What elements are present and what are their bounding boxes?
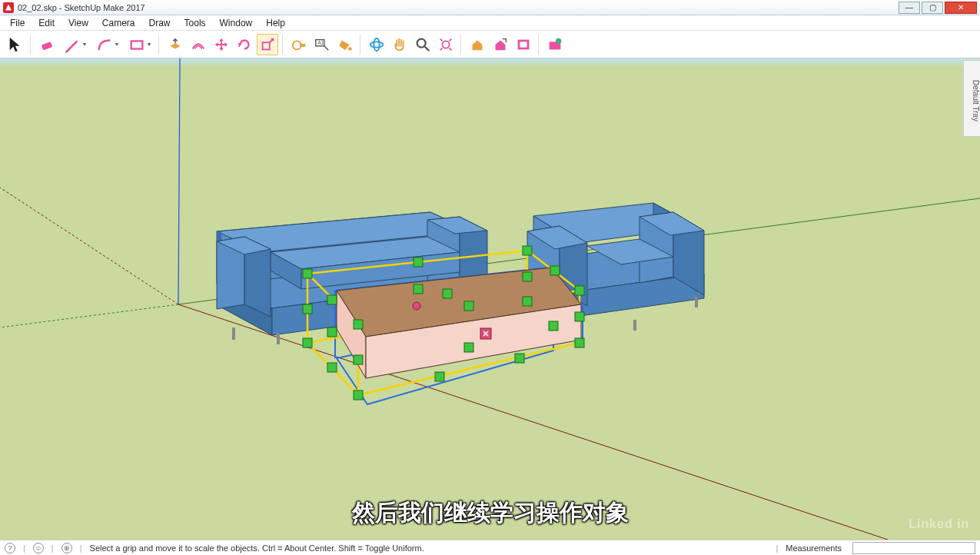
- extensions-tool[interactable]: [544, 34, 566, 55]
- warehouse-tool[interactable]: [467, 34, 488, 55]
- rectangle-tool[interactable]: [124, 34, 154, 55]
- rotate-tool[interactable]: [234, 34, 255, 55]
- app-icon: [3, 2, 14, 13]
- svg-rect-4: [300, 44, 305, 47]
- svg-rect-73: [550, 266, 560, 275]
- svg-point-11: [442, 41, 449, 48]
- eraser-tool[interactable]: [36, 34, 58, 55]
- svg-rect-93: [354, 355, 363, 364]
- svg-rect-83: [435, 372, 444, 381]
- close-button[interactable]: ✕: [945, 2, 977, 14]
- svg-rect-92: [549, 321, 558, 331]
- titlebar: 02_02.skp - SketchUp Make 2017 — ▢ ✕: [0, 0, 980, 15]
- svg-rect-79: [303, 304, 312, 314]
- move-tool[interactable]: [211, 34, 232, 55]
- svg-rect-90: [464, 343, 473, 352]
- offset-tool[interactable]: [188, 34, 209, 55]
- minimize-button[interactable]: —: [899, 2, 920, 14]
- svg-rect-76: [354, 320, 363, 329]
- svg-point-9: [374, 38, 379, 51]
- toolbar: A1: [0, 31, 980, 58]
- menu-edit[interactable]: Edit: [32, 16, 61, 30]
- svg-line-17: [0, 188, 178, 304]
- line-tool[interactable]: [59, 34, 90, 55]
- svg-rect-0: [42, 42, 53, 50]
- menubar: File Edit View Camera Draw Tools Window …: [0, 15, 980, 31]
- linkedin-watermark: Linked in: [909, 517, 969, 532]
- scale-tool[interactable]: [257, 34, 278, 55]
- svg-line-16: [178, 58, 180, 304]
- svg-rect-87: [523, 272, 532, 281]
- measurements-label: Measurements: [786, 543, 842, 553]
- pushpull-tool[interactable]: [164, 34, 186, 55]
- scale-cursor-icon: [480, 328, 491, 339]
- svg-rect-86: [575, 312, 584, 321]
- window-title: 02_02.skp - SketchUp Make 2017: [18, 3, 145, 12]
- video-subtitle: 然后我们继续学习操作对象: [352, 497, 629, 529]
- svg-rect-91: [523, 297, 532, 306]
- menu-tools[interactable]: Tools: [178, 16, 213, 30]
- layout-tool[interactable]: [513, 34, 534, 55]
- svg-rect-77: [327, 295, 337, 304]
- svg-point-15: [556, 38, 561, 43]
- tapemeasure-tool[interactable]: [288, 34, 310, 55]
- svg-point-10: [417, 38, 426, 47]
- zoomextents-tool[interactable]: [435, 34, 457, 55]
- help-icon[interactable]: ?: [5, 543, 15, 553]
- statusbar: ? | ☺ | ⊕ | Select a grip and move it to…: [0, 540, 980, 555]
- svg-rect-13: [520, 42, 527, 47]
- orbit-tool[interactable]: [366, 34, 387, 55]
- svg-rect-84: [515, 354, 524, 363]
- menu-camera[interactable]: Camera: [95, 16, 142, 30]
- status-hint: Select a grip and move it to scale the o…: [90, 543, 424, 553]
- svg-rect-74: [575, 286, 584, 295]
- extwarehouse-tool[interactable]: [490, 34, 511, 55]
- maximize-button[interactable]: ▢: [922, 2, 943, 14]
- arc-tool[interactable]: [91, 34, 122, 55]
- svg-rect-70: [303, 269, 312, 278]
- geo-icon[interactable]: ⊕: [61, 543, 72, 553]
- text-tool[interactable]: A1: [311, 34, 333, 55]
- select-tool[interactable]: [5, 34, 26, 55]
- pan-tool[interactable]: [389, 34, 410, 55]
- svg-rect-80: [303, 338, 312, 347]
- svg-point-8: [370, 42, 384, 47]
- svg-rect-55: [633, 320, 636, 331]
- svg-point-7: [348, 47, 352, 51]
- menu-view[interactable]: View: [61, 16, 95, 30]
- measurements-input[interactable]: [852, 542, 975, 554]
- scene-3d: [0, 58, 980, 540]
- svg-rect-56: [695, 297, 698, 307]
- svg-text:A1: A1: [318, 40, 324, 45]
- zoom-tool[interactable]: [412, 34, 434, 55]
- svg-rect-37: [232, 327, 235, 340]
- svg-rect-2: [263, 42, 270, 49]
- svg-rect-89: [327, 327, 337, 337]
- svg-rect-82: [354, 390, 363, 400]
- svg-rect-75: [464, 301, 473, 311]
- svg-line-19: [0, 304, 178, 327]
- paintbucket-tool[interactable]: [334, 34, 356, 55]
- svg-rect-85: [575, 338, 584, 347]
- svg-rect-81: [327, 363, 337, 372]
- svg-point-94: [413, 302, 420, 310]
- menu-draw[interactable]: Draw: [142, 16, 178, 30]
- svg-rect-38: [277, 334, 280, 344]
- menu-help[interactable]: Help: [259, 16, 292, 30]
- menu-window[interactable]: Window: [213, 16, 260, 30]
- svg-rect-72: [523, 246, 532, 255]
- svg-rect-1: [131, 41, 142, 48]
- user-icon[interactable]: ☺: [33, 543, 44, 553]
- svg-rect-88: [414, 284, 423, 294]
- svg-rect-78: [443, 289, 452, 298]
- viewport[interactable]: Default Tray 然后我们继续学习操作对象 Linked in: [0, 58, 980, 540]
- svg-rect-71: [414, 258, 423, 267]
- menu-file[interactable]: File: [3, 16, 32, 30]
- default-tray-handle[interactable]: Default Tray: [963, 60, 980, 137]
